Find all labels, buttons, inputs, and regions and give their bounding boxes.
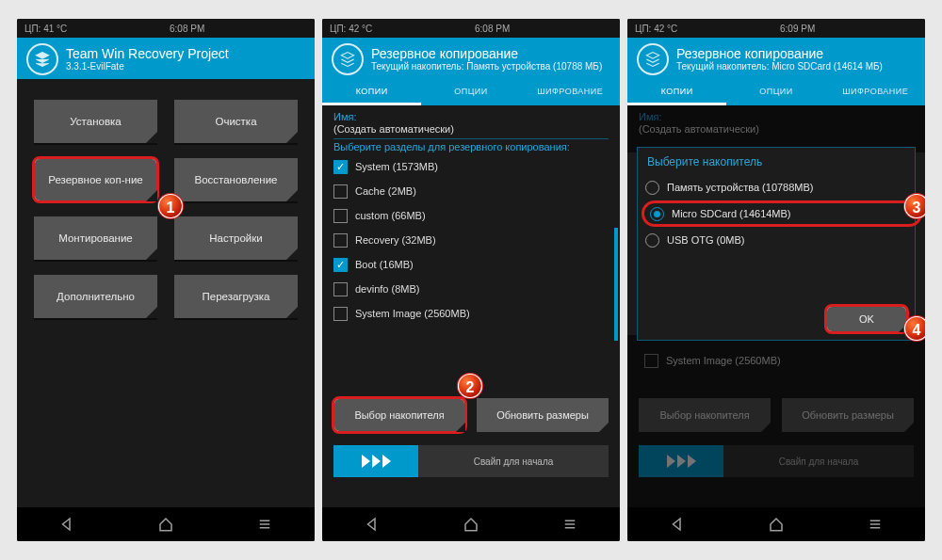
wipe-button[interactable]: Очистка <box>174 100 298 143</box>
swipe-slider[interactable]: Свайп для начала <box>333 445 609 477</box>
name-value: (Создать автоматически) <box>639 123 914 135</box>
tabs: КОПИИ ОПЦИИ ШИФРОВАНИЕ <box>322 79 620 105</box>
partition-row[interactable]: Boot (16MB) <box>328 252 614 277</box>
storage-info: Текущий накопитель: Память устройства (1… <box>371 61 602 72</box>
recent-icon[interactable] <box>256 516 273 533</box>
backup-screen-dimmed: Имя: (Создать автоматически) System Imag… <box>627 105 925 507</box>
settings-button[interactable]: Настройки <box>174 216 298 260</box>
partition-label: System Image (2560MB) <box>355 308 470 319</box>
app-title: Team Win Recovery Project <box>66 46 229 62</box>
screen-title: Резервное копирование <box>676 46 883 62</box>
header: Резервное копирование Текущий накопитель… <box>322 38 620 79</box>
tab-options[interactable]: ОПЦИИ <box>726 79 825 105</box>
partition-row: System Image (2560MB) <box>639 348 914 373</box>
select-storage-button[interactable]: Выбор накопителя <box>333 398 465 432</box>
reboot-button[interactable]: Перезагрузка <box>174 275 298 318</box>
name-label: Имя: <box>639 111 914 122</box>
callout-badge-1: 1 <box>156 192 185 220</box>
restore-button[interactable]: Восстановление <box>174 158 298 201</box>
tab-backup[interactable]: КОПИИ <box>627 79 726 105</box>
status-bar: ЦП: 41 °C 6:08 PM <box>17 19 315 38</box>
install-button[interactable]: Установка <box>34 100 157 143</box>
home-icon[interactable] <box>768 516 785 533</box>
name-label: Имя: <box>333 111 609 122</box>
scrollbar[interactable] <box>614 228 618 341</box>
storage-label: Память устройства (10788MB) <box>667 182 814 193</box>
radio-icon[interactable] <box>645 181 659 195</box>
radio-icon[interactable] <box>645 233 659 248</box>
checkbox-icon <box>644 354 658 368</box>
backup-button[interactable]: Резервное коп-ние <box>34 158 157 201</box>
partition-row[interactable]: Recovery (32MB) <box>328 228 614 252</box>
swipe-arrows-icon <box>333 445 418 477</box>
header: Резервное копирование Текущий накопитель… <box>627 38 925 79</box>
checkbox-icon[interactable] <box>333 233 348 248</box>
storage-option-selected[interactable]: Micro SDCard (14614MB) <box>642 200 922 227</box>
home-icon[interactable] <box>157 516 174 533</box>
clock: 6:09 PM <box>677 24 918 34</box>
refresh-sizes-button: Обновить размеры <box>782 398 914 432</box>
partition-label: Cache (2MB) <box>355 185 416 197</box>
partition-list: System (1573MB) Cache (2MB) custom (66MB… <box>322 154 620 326</box>
partition-row[interactable]: System (1573MB) <box>328 154 614 179</box>
tab-backup[interactable]: КОПИИ <box>322 79 421 105</box>
storage-label: USB OTG (0MB) <box>667 234 745 246</box>
mount-button[interactable]: Монтирование <box>34 216 157 260</box>
twrp-logo-icon <box>26 43 58 75</box>
header: Team Win Recovery Project 3.3.1-EvilFate <box>17 38 315 79</box>
android-navbar <box>627 507 925 541</box>
backup-screen: Имя: (Создать автоматически) Выберите ра… <box>322 105 620 507</box>
partition-row[interactable]: custom (66MB) <box>328 203 614 228</box>
refresh-sizes-button[interactable]: Обновить размеры <box>477 398 609 432</box>
ok-button[interactable]: OK <box>826 306 907 332</box>
radio-icon[interactable] <box>650 207 664 221</box>
partition-label: custom (66MB) <box>355 210 426 221</box>
cpu-temp: ЦП: 42 °C <box>635 24 677 34</box>
twrp-logo-icon <box>637 43 669 75</box>
partition-label: devinfo (8MB) <box>355 283 419 295</box>
storage-option[interactable]: USB OTG (0MB) <box>645 227 907 253</box>
back-icon[interactable] <box>669 516 686 533</box>
back-icon[interactable] <box>364 516 381 533</box>
name-value[interactable]: (Создать автоматически) <box>333 123 609 135</box>
storage-modal: Выберите накопитель Память устройства (1… <box>637 147 916 341</box>
svg-text:3: 3 <box>913 200 921 216</box>
back-icon[interactable] <box>58 516 75 533</box>
home-icon[interactable] <box>463 516 479 533</box>
swipe-slider: Свайп для начала <box>639 445 914 477</box>
checkbox-icon[interactable] <box>333 307 348 321</box>
checkbox-icon[interactable] <box>333 184 348 199</box>
main-menu: Установка Очистка Резервное коп-ние Восс… <box>17 79 315 507</box>
checkbox-icon[interactable] <box>333 160 348 174</box>
swipe-label: Свайп для начала <box>723 456 914 467</box>
storage-label: Micro SDCard (14614MB) <box>672 208 791 219</box>
tab-options[interactable]: ОПЦИИ <box>421 79 520 105</box>
phone-screen-1: ЦП: 41 °C 6:08 PM Team Win Recovery Proj… <box>17 19 315 541</box>
recent-icon[interactable] <box>561 516 578 533</box>
partition-row[interactable]: System Image (2560MB) <box>328 301 614 326</box>
partition-row[interactable]: Cache (2MB) <box>328 179 614 203</box>
screen-title: Резервное копирование <box>371 46 602 62</box>
phone-screen-2: ЦП: 42 °C 6:08 PM Резервное копирование … <box>322 19 620 541</box>
partition-label: System Image (2560MB) <box>666 355 781 366</box>
storage-option[interactable]: Память устройства (10788MB) <box>645 174 907 200</box>
app-version: 3.3.1-EvilFate <box>66 61 229 72</box>
recent-icon[interactable] <box>867 516 884 533</box>
tab-encryption[interactable]: ШИФРОВАНИЕ <box>826 79 925 105</box>
phone-screen-3: ЦП: 42 °C 6:09 PM Резервное копирование … <box>627 19 925 541</box>
storage-info: Текущий накопитель: Micro SDCard (14614 … <box>676 61 883 72</box>
svg-text:2: 2 <box>466 379 475 395</box>
callout-badge-4: 4 <box>902 314 925 343</box>
tabs: КОПИИ ОПЦИИ ШИФРОВАНИЕ <box>627 79 925 105</box>
cpu-temp: ЦП: 41 °C <box>24 24 67 34</box>
svg-text:1: 1 <box>167 200 175 216</box>
select-storage-button: Выбор накопителя <box>639 398 771 432</box>
clock: 6:08 PM <box>372 24 612 34</box>
checkbox-icon[interactable] <box>333 282 348 296</box>
tab-encryption[interactable]: ШИФРОВАНИЕ <box>521 79 620 105</box>
checkbox-icon[interactable] <box>333 258 348 272</box>
partition-row[interactable]: devinfo (8MB) <box>328 277 614 301</box>
advanced-button[interactable]: Дополнительно <box>34 275 157 318</box>
checkbox-icon[interactable] <box>333 209 348 223</box>
status-bar: ЦП: 42 °C 6:08 PM <box>322 19 620 38</box>
